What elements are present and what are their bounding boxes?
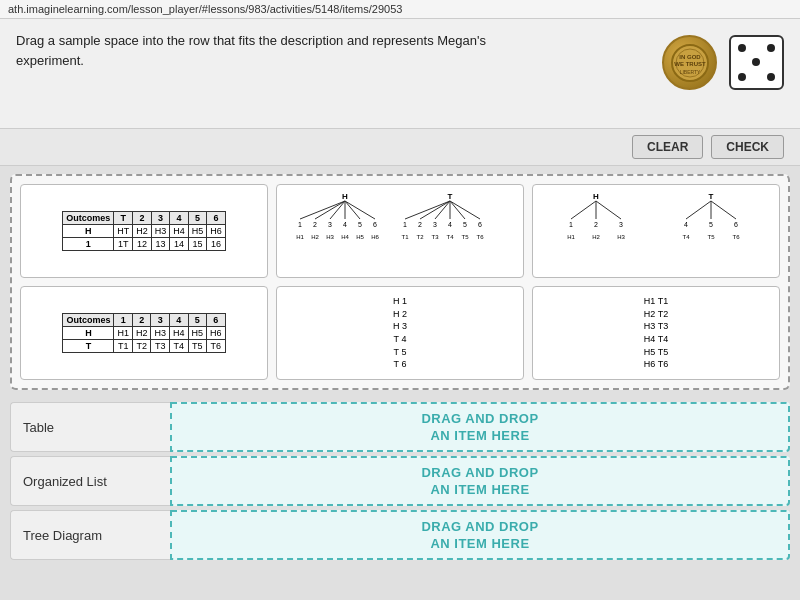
svg-text:T3: T3 xyxy=(431,234,439,240)
svg-text:H6: H6 xyxy=(371,234,379,240)
tree-partial-svg: H 1 2 3 T 4 5 6 H1 H2 H3 T4 T5 xyxy=(539,191,773,271)
instruction-section: Drag a sample space into the row that fi… xyxy=(0,19,800,129)
svg-line-10 xyxy=(345,201,360,219)
table-ht: Outcomes123456 HH1H2H3H4H5H6 TT1T2T3T4T5… xyxy=(62,313,225,353)
drop-zone-list-line1: DRAG AND DROP xyxy=(421,465,538,480)
svg-text:H: H xyxy=(342,192,348,201)
svg-text:T4: T4 xyxy=(682,234,690,240)
drop-section: Table DRAG AND DROP AN ITEM HERE Organiz… xyxy=(0,398,800,597)
card-list-h[interactable]: H 1H 2H 3T 4T 5T 6 xyxy=(276,286,524,380)
card-tree-full[interactable]: H 1 2 3 4 5 6 T 1 xyxy=(276,184,524,278)
dot-9 xyxy=(767,73,775,81)
card-table-ht[interactable]: Outcomes123456 HH1H2H3H4H5H6 TT1T2T3T4T5… xyxy=(20,286,268,380)
svg-text:1: 1 xyxy=(298,221,302,228)
svg-text:T6: T6 xyxy=(732,234,740,240)
svg-line-51 xyxy=(686,201,711,219)
dot-3 xyxy=(767,44,775,52)
svg-text:T2: T2 xyxy=(416,234,424,240)
drop-label-list: Organized List xyxy=(10,456,170,506)
svg-text:3: 3 xyxy=(433,221,437,228)
address-bar: ath.imaginelearning.com/lesson_player/#l… xyxy=(0,0,800,19)
dot-5 xyxy=(752,58,760,66)
svg-line-20 xyxy=(420,201,450,219)
svg-text:T4: T4 xyxy=(446,234,454,240)
dot-4 xyxy=(738,58,746,66)
svg-text:1: 1 xyxy=(569,221,573,228)
drop-zone-list[interactable]: DRAG AND DROP AN ITEM HERE xyxy=(170,456,790,506)
drop-zone-table-line2: AN ITEM HERE xyxy=(430,428,529,443)
svg-line-19 xyxy=(405,201,450,219)
svg-text:T5: T5 xyxy=(461,234,469,240)
coin-icon: IN GOD WE TRUST LIBERTY xyxy=(662,35,717,90)
svg-line-53 xyxy=(711,201,736,219)
svg-line-6 xyxy=(300,201,345,219)
svg-text:6: 6 xyxy=(373,221,377,228)
drop-row-table: Table DRAG AND DROP AN ITEM HERE xyxy=(10,402,790,452)
list-h-text: H 1H 2H 3T 4T 5T 6 xyxy=(393,295,407,371)
drag-area: OutcomesT23456 HHTH2H3H4H5H6 11T12131415… xyxy=(10,174,790,390)
drop-zone-list-line2: AN ITEM HERE xyxy=(430,482,529,497)
svg-line-11 xyxy=(345,201,375,219)
svg-text:1: 1 xyxy=(403,221,407,228)
drop-row-tree: Tree Diagram DRAG AND DROP AN ITEM HERE xyxy=(10,510,790,560)
svg-text:3: 3 xyxy=(328,221,332,228)
svg-text:IN GOD: IN GOD xyxy=(679,54,701,60)
tree-full-svg: H 1 2 3 4 5 6 T 1 xyxy=(283,191,517,271)
svg-text:T: T xyxy=(448,192,453,201)
instruction-text: Drag a sample space into the row that fi… xyxy=(16,31,516,70)
svg-text:4: 4 xyxy=(448,221,452,228)
dot-8 xyxy=(752,73,760,81)
svg-text:H1: H1 xyxy=(296,234,304,240)
table-hv: OutcomesT23456 HHTH2H3H4H5H6 11T12131415… xyxy=(62,211,226,251)
svg-text:4: 4 xyxy=(684,221,688,228)
check-button[interactable]: CHECK xyxy=(711,135,784,159)
dot-2 xyxy=(752,44,760,52)
svg-text:3: 3 xyxy=(619,221,623,228)
svg-text:H4: H4 xyxy=(341,234,349,240)
svg-line-44 xyxy=(571,201,596,219)
drop-label-tree: Tree Diagram xyxy=(10,510,170,560)
clear-button[interactable]: CLEAR xyxy=(632,135,703,159)
svg-line-23 xyxy=(450,201,465,219)
dot-1 xyxy=(738,44,746,52)
svg-text:2: 2 xyxy=(313,221,317,228)
svg-text:H3: H3 xyxy=(617,234,625,240)
list-ht-text: H1 T1H2 T2H3 T3H4 T4H5 T5H6 T6 xyxy=(644,295,668,371)
svg-text:H3: H3 xyxy=(326,234,334,240)
svg-text:4: 4 xyxy=(343,221,347,228)
svg-line-46 xyxy=(596,201,621,219)
card-list-ht[interactable]: H1 T1H2 T2H3 T3H4 T4H5 T5H6 T6 xyxy=(532,286,780,380)
svg-text:H5: H5 xyxy=(356,234,364,240)
card-table-hv[interactable]: OutcomesT23456 HHTH2H3H4H5H6 11T12131415… xyxy=(20,184,268,278)
svg-text:5: 5 xyxy=(358,221,362,228)
drop-zone-tree[interactable]: DRAG AND DROP AN ITEM HERE xyxy=(170,510,790,560)
svg-text:5: 5 xyxy=(709,221,713,228)
drop-zone-tree-line2: AN ITEM HERE xyxy=(430,536,529,551)
card-tree-partial[interactable]: H 1 2 3 T 4 5 6 H1 H2 H3 T4 T5 xyxy=(532,184,780,278)
dot-7 xyxy=(738,73,746,81)
buttons-row: CLEAR CHECK xyxy=(0,129,800,166)
drop-label-table: Table xyxy=(10,402,170,452)
svg-text:H2: H2 xyxy=(311,234,319,240)
svg-text:2: 2 xyxy=(594,221,598,228)
drop-zone-table-line1: DRAG AND DROP xyxy=(421,411,538,426)
svg-text:T1: T1 xyxy=(401,234,409,240)
svg-line-24 xyxy=(450,201,480,219)
svg-text:WE TRUST: WE TRUST xyxy=(674,61,706,67)
drop-zone-table[interactable]: DRAG AND DROP AN ITEM HERE xyxy=(170,402,790,452)
svg-text:H: H xyxy=(593,192,599,201)
icons-area: IN GOD WE TRUST LIBERTY xyxy=(662,35,784,90)
svg-text:LIBERTY: LIBERTY xyxy=(679,69,700,75)
svg-text:2: 2 xyxy=(418,221,422,228)
dice-icon xyxy=(729,35,784,90)
svg-text:T6: T6 xyxy=(476,234,484,240)
svg-text:H2: H2 xyxy=(592,234,600,240)
drop-zone-tree-line1: DRAG AND DROP xyxy=(421,519,538,534)
svg-text:H1: H1 xyxy=(567,234,575,240)
svg-text:5: 5 xyxy=(463,221,467,228)
svg-text:6: 6 xyxy=(734,221,738,228)
svg-text:T5: T5 xyxy=(707,234,715,240)
dot-6 xyxy=(767,58,775,66)
svg-text:T: T xyxy=(709,192,714,201)
drop-row-list: Organized List DRAG AND DROP AN ITEM HER… xyxy=(10,456,790,506)
